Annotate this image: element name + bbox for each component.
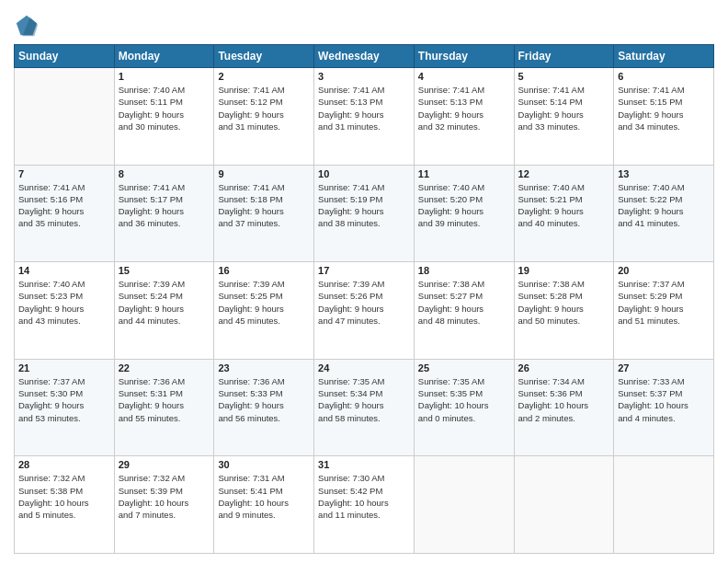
calendar-cell: 14Sunrise: 7:40 AMSunset: 5:23 PMDayligh… xyxy=(15,262,115,360)
day-info-line: Daylight: 9 hours xyxy=(418,109,510,121)
calendar-page: SundayMondayTuesdayWednesdayThursdayFrid… xyxy=(0,0,728,563)
day-info-line: and 33 minutes. xyxy=(518,121,610,132)
day-info-line: and 37 minutes. xyxy=(218,217,310,229)
day-info-line: Sunset: 5:37 PM xyxy=(618,387,710,399)
calendar-cell: 4Sunrise: 7:41 AMSunset: 5:13 PMDaylight… xyxy=(414,68,514,166)
day-info-line: Daylight: 9 hours xyxy=(318,205,410,217)
day-info-line: Sunset: 5:19 PM xyxy=(318,193,410,205)
day-info-line: and 41 minutes. xyxy=(618,217,710,229)
calendar-week-row: 14Sunrise: 7:40 AMSunset: 5:23 PMDayligh… xyxy=(15,262,714,360)
calendar-cell: 22Sunrise: 7:36 AMSunset: 5:31 PMDayligh… xyxy=(114,359,214,456)
day-info-line: Daylight: 9 hours xyxy=(618,109,710,121)
day-number: 7 xyxy=(18,168,110,179)
day-info-line: and 7 minutes. xyxy=(119,509,210,521)
day-info-line: Daylight: 9 hours xyxy=(518,303,610,315)
calendar-cell: 18Sunrise: 7:38 AMSunset: 5:27 PMDayligh… xyxy=(414,262,514,360)
day-number: 1 xyxy=(119,71,210,82)
day-info-line: Sunrise: 7:30 AM xyxy=(318,472,410,484)
day-info-line: Sunrise: 7:40 AM xyxy=(618,181,710,193)
day-number: 21 xyxy=(18,362,110,373)
day-info-line: Daylight: 9 hours xyxy=(18,399,110,411)
day-info-line: Sunrise: 7:39 AM xyxy=(218,278,310,290)
day-info-line: and 40 minutes. xyxy=(518,217,610,229)
day-info-line: Sunset: 5:36 PM xyxy=(518,387,610,399)
day-info-line: Daylight: 9 hours xyxy=(119,303,210,315)
day-number: 28 xyxy=(18,459,110,470)
day-info-line: Daylight: 9 hours xyxy=(119,109,210,121)
day-number: 6 xyxy=(618,71,710,82)
day-info-line: and 0 minutes. xyxy=(418,412,510,424)
day-info-line: Sunrise: 7:39 AM xyxy=(119,278,210,290)
day-info-line: Sunset: 5:18 PM xyxy=(218,193,310,205)
day-info-line: and 39 minutes. xyxy=(418,217,510,229)
day-info-line: and 34 minutes. xyxy=(618,121,710,132)
weekday-header-sunday: Sunday xyxy=(15,45,115,68)
day-info-line: and 32 minutes. xyxy=(418,121,510,132)
calendar-cell: 30Sunrise: 7:31 AMSunset: 5:41 PMDayligh… xyxy=(214,456,314,554)
calendar-cell: 19Sunrise: 7:38 AMSunset: 5:28 PMDayligh… xyxy=(514,262,614,360)
day-info-line: Sunrise: 7:35 AM xyxy=(318,375,410,387)
day-number: 16 xyxy=(218,265,310,276)
day-info-line: and 58 minutes. xyxy=(318,412,410,424)
day-info-line: Daylight: 10 hours xyxy=(119,497,210,509)
day-info-line: Sunset: 5:25 PM xyxy=(218,290,310,302)
day-info-line: Sunset: 5:42 PM xyxy=(318,485,410,497)
day-number: 23 xyxy=(218,362,310,373)
day-info-line: Sunrise: 7:41 AM xyxy=(18,181,110,193)
calendar-cell: 13Sunrise: 7:40 AMSunset: 5:22 PMDayligh… xyxy=(614,165,714,262)
day-info-line: and 55 minutes. xyxy=(119,412,210,424)
day-info-line: Daylight: 9 hours xyxy=(518,205,610,217)
day-info-line: and 9 minutes. xyxy=(218,509,310,521)
calendar-cell xyxy=(15,68,115,166)
day-info-line: Sunrise: 7:32 AM xyxy=(18,472,110,484)
day-info-line: and 35 minutes. xyxy=(18,217,110,229)
day-info-line: Sunrise: 7:35 AM xyxy=(418,375,510,387)
day-number: 13 xyxy=(618,168,710,179)
day-info-line: Sunset: 5:28 PM xyxy=(518,290,610,302)
day-number: 15 xyxy=(119,265,210,276)
day-info-line: Sunrise: 7:41 AM xyxy=(618,84,710,96)
day-info-line: Daylight: 9 hours xyxy=(18,303,110,315)
calendar-cell: 10Sunrise: 7:41 AMSunset: 5:19 PMDayligh… xyxy=(314,165,415,262)
day-info-line: Sunrise: 7:41 AM xyxy=(119,181,210,193)
day-info-line: Sunset: 5:39 PM xyxy=(119,485,210,497)
day-info-line: Sunset: 5:22 PM xyxy=(618,193,710,205)
day-number: 5 xyxy=(518,71,610,82)
day-info-line: Daylight: 9 hours xyxy=(218,399,310,411)
calendar-cell: 24Sunrise: 7:35 AMSunset: 5:34 PMDayligh… xyxy=(314,359,415,456)
day-info-line: Sunrise: 7:41 AM xyxy=(218,181,310,193)
day-number: 22 xyxy=(119,362,210,373)
day-info-line: and 56 minutes. xyxy=(218,412,310,424)
day-number: 24 xyxy=(318,362,410,373)
day-info-line: Sunrise: 7:40 AM xyxy=(119,84,210,96)
day-number: 30 xyxy=(218,459,310,470)
day-info-line: Sunset: 5:12 PM xyxy=(218,96,310,108)
day-info-line: Sunset: 5:29 PM xyxy=(618,290,710,302)
day-info-line: Sunrise: 7:32 AM xyxy=(119,472,210,484)
day-number: 8 xyxy=(119,168,210,179)
calendar-cell: 1Sunrise: 7:40 AMSunset: 5:11 PMDaylight… xyxy=(114,68,214,166)
day-info-line: Sunset: 5:21 PM xyxy=(518,193,610,205)
calendar-cell xyxy=(614,456,714,554)
day-info-line: Sunset: 5:17 PM xyxy=(119,193,210,205)
day-info-line: Sunrise: 7:41 AM xyxy=(518,84,610,96)
day-info-line: Sunrise: 7:41 AM xyxy=(318,84,410,96)
day-info-line: Sunrise: 7:36 AM xyxy=(119,375,210,387)
calendar-week-row: 7Sunrise: 7:41 AMSunset: 5:16 PMDaylight… xyxy=(15,165,714,262)
day-info-line: Sunset: 5:41 PM xyxy=(218,485,310,497)
day-info-line: Daylight: 10 hours xyxy=(318,497,410,509)
calendar-cell: 6Sunrise: 7:41 AMSunset: 5:15 PMDaylight… xyxy=(614,68,714,166)
day-info-line: Daylight: 9 hours xyxy=(318,399,410,411)
day-info-line: Sunset: 5:15 PM xyxy=(618,96,710,108)
day-info-line: Sunset: 5:38 PM xyxy=(18,485,110,497)
day-info-line: and 51 minutes. xyxy=(618,315,710,327)
day-info-line: Daylight: 9 hours xyxy=(119,399,210,411)
day-info-line: Daylight: 9 hours xyxy=(218,205,310,217)
calendar-cell: 17Sunrise: 7:39 AMSunset: 5:26 PMDayligh… xyxy=(314,262,415,360)
day-info-line: Daylight: 10 hours xyxy=(618,399,710,411)
day-info-line: Daylight: 10 hours xyxy=(418,399,510,411)
day-info-line: Sunrise: 7:41 AM xyxy=(218,84,310,96)
day-info-line: and 48 minutes. xyxy=(418,315,510,327)
header xyxy=(14,9,714,39)
calendar-cell: 29Sunrise: 7:32 AMSunset: 5:39 PMDayligh… xyxy=(114,456,214,554)
